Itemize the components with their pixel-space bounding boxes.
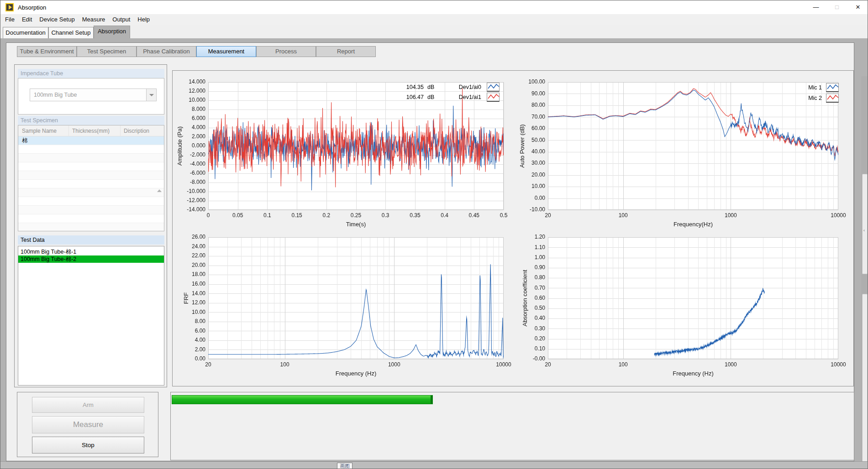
minimize-button[interactable]: — bbox=[805, 0, 826, 14]
table-row-empty bbox=[18, 180, 164, 188]
tab-absorption[interactable]: Absorption bbox=[94, 26, 130, 38]
table-row-empty bbox=[18, 197, 164, 206]
subtab-process[interactable]: Process bbox=[256, 46, 316, 57]
collapse-arrow-icon: ‹ bbox=[863, 228, 865, 233]
app-icon bbox=[5, 3, 14, 11]
page-background: Tube & Environment Test Specimen Phase C… bbox=[0, 38, 868, 469]
legend-label-dev1ai0[interactable]: Dev1/ai0 bbox=[453, 84, 481, 90]
title-bar: Absorption — □ ✕ bbox=[0, 0, 868, 14]
legend-plot-icon-mic2[interactable] bbox=[826, 94, 839, 103]
charts-canvas bbox=[173, 71, 853, 386]
splitter-handle[interactable]: ‹ bbox=[862, 174, 868, 274]
table-row-empty bbox=[18, 214, 164, 223]
right-splitter-strip: ‹ bbox=[861, 76, 868, 469]
test-specimen-table-header: Sample Name Thickness(mm) Discription bbox=[18, 125, 164, 136]
test-specimen-header: Test Specimen bbox=[18, 116, 164, 125]
legend-label-mic2[interactable]: Mic 2 bbox=[792, 95, 822, 101]
scrollbar-track[interactable] bbox=[862, 294, 868, 469]
charts-panel: 104.35 dB Dev1/ai0 106.47 dB Dev1/ai1 Mi… bbox=[172, 70, 854, 386]
table-row-empty bbox=[18, 188, 164, 197]
legend-label-dev1ai1[interactable]: Dev1/ai1 bbox=[453, 94, 481, 100]
table-row-specimen[interactable]: 棉 bbox=[18, 136, 164, 145]
tab-documentation[interactable]: Documentation bbox=[3, 27, 48, 38]
app-window: Absorption — □ ✕ File Edit Device Setup … bbox=[0, 0, 868, 469]
impedance-tube-header: Impendace Tube bbox=[18, 69, 164, 78]
tube-dropdown-value: 100mm Big Tube bbox=[34, 92, 77, 98]
progress-bar bbox=[172, 395, 433, 404]
column-sample-name: Sample Name bbox=[18, 125, 68, 136]
sidebar-panel: Impendace Tube 100mm Big Tube Test Speci… bbox=[14, 64, 167, 387]
control-buttons-panel: Arm Measure Stop bbox=[17, 392, 158, 457]
table-row-empty bbox=[18, 171, 164, 180]
bottom-strip: 画图 bbox=[0, 461, 868, 469]
column-discription: Discription bbox=[120, 125, 164, 136]
main-panel: Tube & Environment Test Specimen Phase C… bbox=[6, 42, 854, 461]
legend-plot-icon-blue[interactable] bbox=[487, 83, 500, 92]
subtab-measurement[interactable]: Measurement bbox=[196, 46, 256, 57]
stop-button[interactable]: Stop bbox=[32, 437, 144, 453]
tube-dropdown-button[interactable] bbox=[146, 89, 156, 101]
top-tab-bar: Documentation Channel Setup Absorption bbox=[0, 25, 868, 38]
list-item-test-data-2-selected[interactable]: 100mm Big Tube-棉-2 bbox=[18, 255, 164, 263]
tab-paint-partial[interactable]: 画图 bbox=[337, 463, 352, 469]
arm-button[interactable]: Arm bbox=[32, 397, 144, 413]
table-row-empty bbox=[18, 154, 164, 162]
measure-button[interactable]: Measure bbox=[32, 416, 144, 433]
menu-output[interactable]: Output bbox=[109, 14, 134, 25]
chevron-down-icon bbox=[149, 94, 154, 96]
impedance-tube-box: 100mm Big Tube bbox=[18, 78, 164, 115]
test-data-list: 100mm Big Tube-棉-1 100mm Big Tube-棉-2 bbox=[18, 246, 164, 386]
table-row-empty bbox=[18, 145, 164, 154]
menu-edit[interactable]: Edit bbox=[18, 14, 36, 25]
list-item-test-data-1[interactable]: 100mm Big Tube-棉-1 bbox=[18, 248, 164, 255]
level-unit-ai1: dB bbox=[427, 94, 434, 100]
subtab-tube-environment[interactable]: Tube & Environment bbox=[17, 46, 77, 57]
chevron-up-icon[interactable] bbox=[157, 189, 162, 192]
menu-file[interactable]: File bbox=[1, 14, 18, 25]
legend-plot-icon-mic1[interactable] bbox=[826, 83, 839, 92]
subtab-report[interactable]: Report bbox=[316, 46, 376, 57]
test-specimen-table: Sample Name Thickness(mm) Discription 棉 bbox=[18, 125, 164, 231]
maximize-button[interactable]: □ bbox=[826, 0, 847, 14]
menu-bar: File Edit Device Setup Measure Output He… bbox=[0, 14, 868, 25]
legend-label-mic1[interactable]: Mic 1 bbox=[792, 84, 822, 91]
subtab-test-specimen[interactable]: Test Specimen bbox=[77, 46, 137, 57]
level-value-ai0: 104.35 bbox=[400, 84, 424, 90]
subtab-phase-calibration[interactable]: Phase Calibration bbox=[137, 46, 196, 57]
menu-measure[interactable]: Measure bbox=[79, 14, 109, 25]
menu-help[interactable]: Help bbox=[134, 14, 153, 25]
table-row-empty bbox=[18, 223, 164, 231]
test-data-header: Test Data bbox=[18, 235, 164, 245]
play-triangle-icon bbox=[9, 5, 12, 10]
level-unit-ai0: dB bbox=[427, 84, 434, 90]
window-title: Absorption bbox=[18, 4, 46, 11]
progress-bar-cap bbox=[431, 396, 432, 404]
level-value-ai1: 106.47 bbox=[400, 94, 424, 100]
table-row-empty bbox=[18, 162, 164, 171]
menu-device-setup[interactable]: Device Setup bbox=[36, 14, 78, 25]
close-button[interactable]: ✕ bbox=[847, 0, 868, 14]
tube-dropdown[interactable]: 100mm Big Tube bbox=[30, 89, 157, 101]
column-thickness: Thickness(mm) bbox=[68, 125, 120, 136]
tab-channel-setup[interactable]: Channel Setup bbox=[48, 27, 94, 38]
legend-plot-icon-red[interactable] bbox=[487, 93, 500, 102]
table-row-empty bbox=[18, 206, 164, 214]
status-panel bbox=[170, 392, 854, 460]
